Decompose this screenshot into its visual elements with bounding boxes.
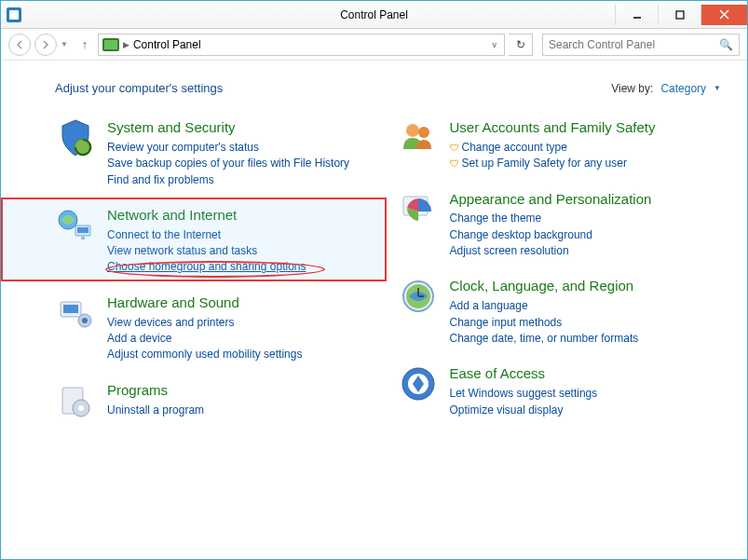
page-title: Adjust your computer's settings [55, 81, 223, 95]
maximize-button[interactable] [658, 5, 700, 25]
link[interactable]: Add a device [107, 331, 302, 347]
clock-icon [398, 276, 439, 317]
cat-title[interactable]: System and Security [107, 117, 349, 138]
link[interactable]: Adjust commonly used mobility settings [107, 347, 302, 362]
address-dropdown-icon[interactable]: v [489, 40, 501, 49]
cat-network-internet: Network and Internet Connect to the Inte… [55, 205, 379, 276]
view-by-value[interactable]: Category [660, 82, 706, 95]
svg-rect-7 [77, 227, 88, 233]
svg-rect-10 [63, 305, 78, 313]
appearance-icon [398, 189, 439, 230]
link[interactable]: View devices and printers [107, 315, 302, 331]
link[interactable]: Change account type [450, 140, 656, 156]
cat-programs: Programs Uninstall a program [55, 380, 379, 421]
system-icon [7, 7, 21, 22]
refresh-button[interactable]: ↻ [509, 34, 533, 56]
cat-title[interactable]: Hardware and Sound [107, 293, 302, 313]
up-button[interactable]: ↑ [75, 35, 94, 54]
back-button[interactable] [8, 34, 31, 56]
link[interactable]: Connect to the Internet [107, 227, 306, 243]
network-internet-icon [55, 205, 96, 246]
link[interactable]: Change input methods [450, 315, 639, 331]
content-header: Adjust your computer's settings View by:… [55, 81, 721, 95]
cat-appearance: Appearance and Personalization Change th… [398, 189, 722, 260]
window-title: Control Panel [340, 8, 408, 21]
cat-system-security: System and Security Review your computer… [55, 117, 379, 188]
programs-icon [55, 380, 96, 421]
navbar: ▼ ↑ ▶ Control Panel v ↻ 🔍 [1, 29, 747, 61]
left-column: System and Security Review your computer… [55, 117, 379, 438]
link[interactable]: Set up Family Safety for any user [450, 156, 656, 171]
link[interactable]: Add a language [450, 298, 639, 314]
cat-clock-language: Clock, Language, and Region Add a langua… [398, 276, 722, 347]
link[interactable]: Find and fix problems [107, 172, 349, 188]
content-area: Adjust your computer's settings View by:… [1, 61, 747, 447]
cat-title[interactable]: Clock, Language, and Region [450, 276, 639, 296]
cat-title[interactable]: Ease of Access [450, 363, 598, 384]
svg-point-12 [82, 318, 88, 323]
search-icon: 🔍 [719, 38, 733, 51]
svg-point-16 [406, 124, 419, 137]
cat-ease-access: Ease of Access Let Windows suggest setti… [398, 363, 722, 418]
history-dropdown-icon[interactable]: ▼ [61, 40, 68, 48]
link-homegroup-sharing[interactable]: Choose homegroup and sharing options [107, 259, 306, 275]
cat-title[interactable]: Appearance and Personalization [450, 189, 652, 210]
svg-rect-1 [676, 11, 684, 19]
breadcrumb[interactable]: Control Panel [133, 38, 201, 51]
titlebar: Control Panel [1, 1, 747, 29]
close-button[interactable] [700, 5, 747, 25]
cat-title[interactable]: User Accounts and Family Safety [450, 117, 656, 138]
search-box[interactable]: 🔍 [542, 34, 740, 56]
link[interactable]: Adjust screen resolution [450, 243, 652, 259]
forward-button[interactable] [34, 34, 57, 56]
svg-rect-8 [81, 237, 85, 239]
link[interactable]: Change desktop background [450, 227, 652, 243]
link[interactable]: Save backup copies of your files with Fi… [107, 156, 349, 171]
cat-user-accounts: User Accounts and Family Safety Change a… [398, 117, 722, 172]
minimize-button[interactable] [615, 5, 658, 25]
link[interactable]: Change date, time, or number formats [450, 331, 639, 347]
link[interactable]: Let Windows suggest settings [450, 386, 598, 402]
system-security-icon [55, 117, 96, 158]
svg-point-17 [418, 127, 429, 138]
link[interactable]: Review your computer's status [107, 140, 349, 156]
control-panel-icon [102, 38, 119, 51]
chevron-down-icon[interactable]: ▼ [714, 84, 721, 92]
search-input[interactable] [549, 38, 719, 51]
link[interactable]: Optimize visual display [450, 403, 598, 418]
link[interactable]: Uninstall a program [107, 403, 204, 418]
hardware-sound-icon [55, 293, 96, 334]
right-column: User Accounts and Family Safety Change a… [398, 117, 722, 438]
category-columns: System and Security Review your computer… [55, 117, 721, 438]
view-by: View by: Category ▼ [611, 82, 721, 95]
chevron-right-icon: ▶ [123, 40, 129, 49]
link[interactable]: View network status and tasks [107, 243, 306, 259]
cat-hardware-sound: Hardware and Sound View devices and prin… [55, 293, 379, 363]
ease-access-icon [398, 363, 439, 404]
user-accounts-icon [398, 117, 439, 158]
svg-point-15 [78, 405, 84, 411]
window-buttons [615, 5, 747, 25]
cat-title[interactable]: Programs [107, 380, 204, 401]
link[interactable]: Change the theme [450, 211, 652, 226]
address-bar[interactable]: ▶ Control Panel v [98, 34, 505, 56]
cat-title[interactable]: Network and Internet [107, 205, 306, 225]
view-by-label: View by: [611, 82, 653, 95]
